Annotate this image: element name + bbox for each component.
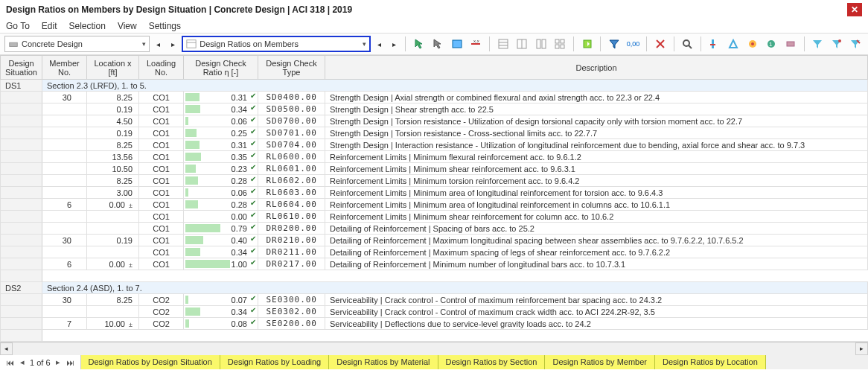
table-row[interactable]: 60.00 ±CO10.28✔RL0604.00Reinforcement Li… bbox=[1, 199, 868, 211]
cell-location: 0.00 ± bbox=[87, 199, 139, 211]
table-row[interactable]: CO10.79✔DR0200.00Detailing of Reinforcem… bbox=[1, 223, 868, 235]
cell-type: DR0210.00 bbox=[258, 235, 325, 246]
tool-d-button[interactable]: 1 bbox=[764, 36, 779, 52]
tab-3[interactable]: Design Ratios by Section bbox=[438, 355, 546, 369]
cell-loading: CO1 bbox=[139, 235, 184, 246]
table-row[interactable]: 4.50CO10.06✔SD0700.00Strength Design | T… bbox=[1, 115, 868, 127]
check-ok-icon: ✔ bbox=[250, 103, 256, 112]
col-type[interactable]: Design Check Type bbox=[258, 56, 325, 80]
cell-desc: Serviceability | Crack control - Control… bbox=[325, 294, 868, 306]
menu-selection[interactable]: Selection bbox=[69, 21, 106, 31]
tab-2[interactable]: Design Ratios by Material bbox=[329, 355, 438, 369]
table-row[interactable]: 8.25CO10.28✔RL0602.00Reinforcement Limit… bbox=[1, 175, 868, 187]
table-view4-button[interactable] bbox=[552, 36, 567, 52]
clear-button[interactable] bbox=[652, 36, 668, 52]
cell-ratio: 0.40✔ bbox=[184, 235, 258, 246]
menu-edit[interactable]: Edit bbox=[42, 21, 57, 31]
result-table-combo[interactable]: Design Ratios on Members ▾ bbox=[182, 36, 371, 52]
filter-blue3-button[interactable] bbox=[848, 36, 864, 52]
table-row[interactable]: 3.00CO10.06✔RL0603.00Reinforcement Limit… bbox=[1, 187, 868, 199]
group-row[interactable]: DS2Section 2.4 (ASD), 1. to 7. bbox=[1, 282, 868, 294]
cell-desc: Strength Design | Shear strength acc. to… bbox=[325, 103, 868, 115]
table-row[interactable]: CO10.34✔DR0211.00Detailing of Reinforcem… bbox=[1, 246, 868, 258]
close-button[interactable]: ✕ bbox=[847, 3, 862, 16]
cell-ratio: 0.28✔ bbox=[184, 175, 258, 187]
table-view2-button[interactable] bbox=[514, 36, 529, 52]
table-row[interactable]: 308.25CO10.31✔SD0400.00Strength Design |… bbox=[1, 92, 868, 103]
tool-b-button[interactable] bbox=[726, 36, 741, 52]
next-table-button[interactable]: ▸ bbox=[388, 36, 400, 51]
decimal-button[interactable]: 0,00 bbox=[625, 36, 641, 52]
svg-rect-14 bbox=[542, 39, 546, 48]
col-location[interactable]: Location x [ft] bbox=[87, 56, 139, 80]
cell-ratio: 0.35✔ bbox=[184, 151, 258, 163]
svg-rect-5 bbox=[453, 40, 462, 48]
tab-1[interactable]: Design Ratios by Loading bbox=[220, 355, 329, 369]
menu-settings[interactable]: Settings bbox=[149, 21, 181, 31]
col-member[interactable]: Member No. bbox=[42, 56, 87, 80]
table-row[interactable]: CO10.00✔RL0610.00Reinforcement Limits | … bbox=[1, 211, 868, 223]
filter-button[interactable] bbox=[606, 36, 622, 52]
export-button[interactable] bbox=[579, 36, 595, 52]
table-row[interactable]: 0.19CO10.25✔SD0701.00Strength Design | T… bbox=[1, 127, 868, 139]
table-row[interactable]: 8.25CO10.31✔SD0704.00Strength Design | I… bbox=[1, 139, 868, 151]
cell-location: 3.00 bbox=[87, 187, 139, 199]
table-row[interactable]: 308.25CO20.07✔SE0300.00Serviceability | … bbox=[1, 294, 868, 306]
tab-4[interactable]: Design Ratios by Member bbox=[545, 355, 655, 369]
cell-desc: Detailing of Reinforcement | Maximum spa… bbox=[325, 246, 868, 258]
dimension-button[interactable]: x,x bbox=[467, 36, 483, 52]
menu-goto[interactable]: Go To bbox=[6, 21, 30, 31]
select-in-model-button[interactable] bbox=[411, 36, 427, 52]
cell-location: 0.19 bbox=[87, 103, 139, 115]
table-row[interactable]: CO20.34✔SE0302.00Serviceability | Crack … bbox=[1, 306, 868, 318]
table-row[interactable]: 13.56CO10.35✔RL0600.00Reinforcement Limi… bbox=[1, 151, 868, 163]
menu-view[interactable]: View bbox=[118, 21, 137, 31]
cell-location bbox=[87, 306, 139, 318]
group-row[interactable]: DS1Section 2.3 (LRFD), 1. to 5. bbox=[1, 80, 868, 92]
pager-first-button[interactable]: ⏮ bbox=[4, 358, 15, 367]
table-row[interactable]: 0.19CO10.34✔SD0500.00Strength Design | S… bbox=[1, 103, 868, 115]
prev-module-button[interactable]: ◂ bbox=[153, 36, 165, 51]
svg-point-30 bbox=[751, 42, 754, 45]
table-row[interactable]: 710.00 ±CO20.08✔SE0200.00Serviceability … bbox=[1, 318, 868, 330]
col-ratio[interactable]: Design Check Ratio η [-] bbox=[184, 56, 258, 80]
col-desc[interactable]: Description bbox=[325, 56, 868, 80]
next-module-button[interactable]: ▸ bbox=[167, 36, 179, 51]
scroll-right-button[interactable]: ▸ bbox=[855, 342, 868, 355]
svg-marker-4 bbox=[434, 39, 441, 48]
svg-marker-21 bbox=[610, 40, 619, 48]
svg-marker-34 bbox=[813, 40, 822, 48]
col-situation[interactable]: Design Situation bbox=[1, 56, 42, 80]
pager-next-button[interactable]: ▸ bbox=[53, 357, 63, 367]
cell-loading: CO1 bbox=[139, 115, 184, 127]
tab-0[interactable]: Design Ratios by Design Situation bbox=[81, 355, 220, 369]
select-object-button[interactable] bbox=[430, 36, 446, 52]
filter-blue2-button[interactable] bbox=[829, 36, 844, 52]
pager-prev-button[interactable]: ◂ bbox=[17, 357, 28, 367]
tool-c-button[interactable] bbox=[744, 36, 760, 52]
cell-loading: CO1 bbox=[139, 223, 184, 235]
search-button[interactable] bbox=[680, 36, 695, 52]
view-mode-button[interactable] bbox=[449, 36, 465, 52]
prev-table-button[interactable]: ◂ bbox=[374, 36, 386, 51]
tab-5[interactable]: Design Ratios by Location bbox=[655, 355, 766, 369]
check-ok-icon: ✔ bbox=[250, 92, 256, 100]
col-loading[interactable]: Loading No. bbox=[139, 56, 184, 80]
svg-rect-33 bbox=[787, 42, 794, 46]
svg-text:1: 1 bbox=[769, 41, 773, 48]
cell-ratio: 0.34✔ bbox=[184, 103, 258, 115]
svg-marker-28 bbox=[730, 40, 737, 48]
design-module-combo[interactable]: Concrete Design ▾ bbox=[4, 36, 150, 52]
table-row[interactable]: 60.00 ±CO11.00✔DR0217.00Detailing of Rei… bbox=[1, 258, 868, 270]
cell-loading: CO1 bbox=[139, 163, 184, 175]
horizontal-scrollbar[interactable]: ◂ ▸ bbox=[0, 342, 868, 354]
table-row[interactable]: 300.19CO10.40✔DR0210.00Detailing of Rein… bbox=[1, 235, 868, 246]
table-view1-button[interactable] bbox=[495, 36, 511, 52]
table-row[interactable]: 10.50CO10.23✔RL0601.00Reinforcement Limi… bbox=[1, 163, 868, 175]
pager-last-button[interactable]: ⏭ bbox=[66, 358, 76, 367]
scroll-left-button[interactable]: ◂ bbox=[0, 342, 13, 355]
filter-blue-button[interactable] bbox=[810, 36, 826, 52]
tool-a-button[interactable] bbox=[706, 36, 722, 52]
tool-e-button[interactable] bbox=[782, 36, 798, 52]
table-view3-button[interactable] bbox=[533, 36, 549, 52]
